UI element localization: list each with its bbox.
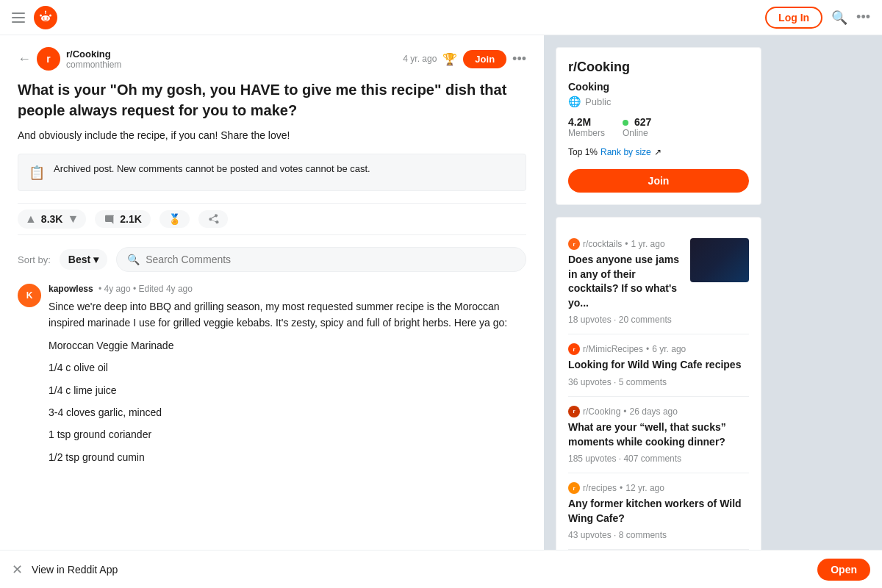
related-title[interactable]: Looking for Wild Wing Cafe recipes	[568, 358, 749, 373]
related-title[interactable]: Does anyone use jams in any of their coc…	[568, 253, 683, 310]
award-btn-icon: 🏅	[168, 213, 181, 225]
comment-ingredient-5: 1/2 tsp ground cumin	[49, 449, 526, 465]
archive-icon: 📋	[29, 163, 45, 183]
comment-para-1: Since we're deep into BBQ and grilling s…	[49, 298, 526, 331]
comments-button[interactable]: 2.1K	[95, 210, 151, 228]
members-label: Members	[568, 128, 605, 138]
downvote-button[interactable]: ▼	[67, 212, 79, 226]
related-subreddit-icon: r	[568, 238, 580, 250]
related-title[interactable]: What are your “well, that sucks” moments…	[568, 420, 749, 449]
comment-ingredient-2: 1/4 c lime juice	[49, 382, 526, 398]
search-icon[interactable]: 🔍	[831, 10, 847, 26]
comment-username[interactable]: kapowless	[49, 284, 93, 294]
related-stats: 43 upvotes · 8 comments	[568, 530, 749, 540]
rank-value: Top 1%	[568, 147, 598, 157]
post-username[interactable]: commonthiem	[66, 60, 397, 70]
related-meta: r r/Cooking • 26 days ago	[568, 406, 749, 417]
external-link-icon: ↗	[654, 147, 662, 157]
hamburger-menu[interactable]	[12, 12, 25, 23]
related-time: 26 days ago	[630, 406, 678, 417]
join-subreddit-button[interactable]: Join	[463, 50, 506, 68]
comment-edited-value: Edited 4y ago	[139, 284, 193, 294]
related-subreddit-icon: r	[568, 482, 580, 494]
vote-area: ▲ 8.3K ▼	[18, 209, 86, 229]
search-comments-input[interactable]	[146, 254, 515, 265]
related-stats: 36 upvotes · 5 comments	[568, 377, 749, 387]
related-post-info: r r/Cooking • 26 days ago What are your …	[568, 406, 749, 464]
rank-info: Top 1% Rank by size ↗	[568, 147, 749, 157]
related-post[interactable]: r r/Cooking • 26 days ago What are your …	[568, 397, 749, 473]
related-post[interactable]: r r/cocktails • 1 yr. ago Does anyone us…	[568, 229, 749, 334]
online-stat: 627 Online	[623, 116, 651, 138]
comment-avatar: K	[18, 284, 41, 307]
related-subreddit-icon: r	[568, 343, 580, 355]
related-time-separator: •	[646, 344, 649, 354]
post-header: ← r r/Cooking commonthiem 4 yr. ago 🏆 Jo…	[18, 47, 526, 71]
svg-point-2	[43, 17, 45, 18]
subreddit-name[interactable]: r/Cooking	[66, 49, 397, 60]
sort-dropdown[interactable]: Best ▾	[60, 249, 107, 270]
related-time-separator: •	[625, 239, 628, 249]
search-comments-bar[interactable]: 🔍	[116, 247, 526, 272]
sidebar-join-button[interactable]: Join	[568, 169, 749, 193]
related-post-info: r r/cocktails • 1 yr. ago Does anyone us…	[568, 238, 683, 325]
related-subreddit-name[interactable]: r/MimicRecipes	[583, 344, 643, 354]
related-thumbnail	[690, 238, 749, 282]
post-meta: r/Cooking commonthiem	[66, 49, 397, 70]
more-options-icon[interactable]: •••	[856, 10, 870, 25]
page-layout: ← r r/Cooking commonthiem 4 yr. ago 🏆 Jo…	[0, 35, 882, 588]
related-posts-list: r r/cocktails • 1 yr. ago Does anyone us…	[568, 229, 749, 588]
related-subreddit-icon: r	[568, 406, 580, 417]
svg-point-5	[49, 14, 51, 16]
related-meta: r r/cocktails • 1 yr. ago	[568, 238, 683, 250]
comment-text: Since we're deep into BBQ and grilling s…	[49, 298, 526, 465]
globe-icon: 🌐	[568, 96, 581, 107]
sidebar-category: Cooking	[568, 81, 749, 93]
sort-value: Best	[68, 254, 90, 265]
reddit-logo[interactable]	[34, 6, 57, 29]
related-title[interactable]: Any former kitchen workers of Wild Wing …	[568, 497, 749, 526]
award-button[interactable]: 🏅	[159, 210, 190, 228]
online-value: 627	[623, 116, 651, 128]
award-icon: 🏆	[442, 52, 457, 66]
chevron-down-icon: ▾	[93, 254, 98, 265]
subreddit-info-card: r/Cooking Cooking 🌐 Public 4.2M Members …	[556, 47, 761, 205]
related-post[interactable]: r r/MimicRecipes • 6 yr. ago Looking for…	[568, 334, 749, 397]
comments-icon	[104, 213, 115, 225]
svg-point-4	[40, 14, 42, 16]
members-value: 4.2M	[568, 116, 605, 128]
right-sidebar: r/Cooking Cooking 🌐 Public 4.2M Members …	[544, 35, 773, 588]
subreddit-avatar: r	[37, 47, 60, 71]
online-value-text: 627	[634, 116, 651, 128]
back-button[interactable]: ←	[18, 51, 31, 67]
related-meta: r r/MimicRecipes • 6 yr. ago	[568, 343, 749, 355]
rank-link[interactable]: Rank by size	[600, 147, 651, 157]
visibility-label: Public	[585, 96, 611, 107]
banner-open-button[interactable]: Open	[817, 559, 870, 581]
post-title: What is your "Oh my gosh, you HAVE to gi…	[18, 79, 526, 121]
archived-notice: 📋 Archived post. New comments cannot be …	[18, 154, 526, 191]
comment-ingredient-3: 3-4 cloves garlic, minced	[49, 404, 526, 420]
comment-body: kapowless • 4y ago • Edited 4y ago Since…	[49, 284, 526, 471]
comment-ingredient-1: 1/4 c olive oil	[49, 359, 526, 376]
action-bar: ▲ 8.3K ▼ 2.1K 🏅	[18, 203, 526, 235]
sidebar-stats: 4.2M Members 627 Online	[568, 116, 749, 138]
banner-close-button[interactable]: ✕	[12, 562, 23, 578]
post-more-button[interactable]: •••	[512, 51, 526, 67]
comment-count: 2.1K	[120, 213, 142, 225]
sidebar-visibility: 🌐 Public	[568, 96, 749, 107]
sort-label: Sort by:	[18, 254, 51, 265]
related-posts-card: r r/cocktails • 1 yr. ago Does anyone us…	[556, 217, 761, 588]
login-button[interactable]: Log In	[765, 7, 822, 29]
share-button[interactable]	[198, 210, 228, 228]
upvote-button[interactable]: ▲	[25, 212, 37, 226]
vote-count: 8.3K	[41, 213, 63, 225]
share-icon	[207, 213, 219, 225]
online-label: Online	[623, 128, 651, 138]
related-subreddit-name[interactable]: r/cocktails	[583, 239, 622, 249]
related-subreddit-name[interactable]: r/recipes	[583, 483, 617, 493]
related-post[interactable]: r r/recipes • 12 yr. ago Any former kitc…	[568, 473, 749, 550]
related-subreddit-name[interactable]: r/Cooking	[583, 406, 620, 417]
archived-text: Archived post. New comments cannot be po…	[54, 162, 370, 176]
sidebar-subreddit-title[interactable]: r/Cooking	[568, 60, 749, 75]
